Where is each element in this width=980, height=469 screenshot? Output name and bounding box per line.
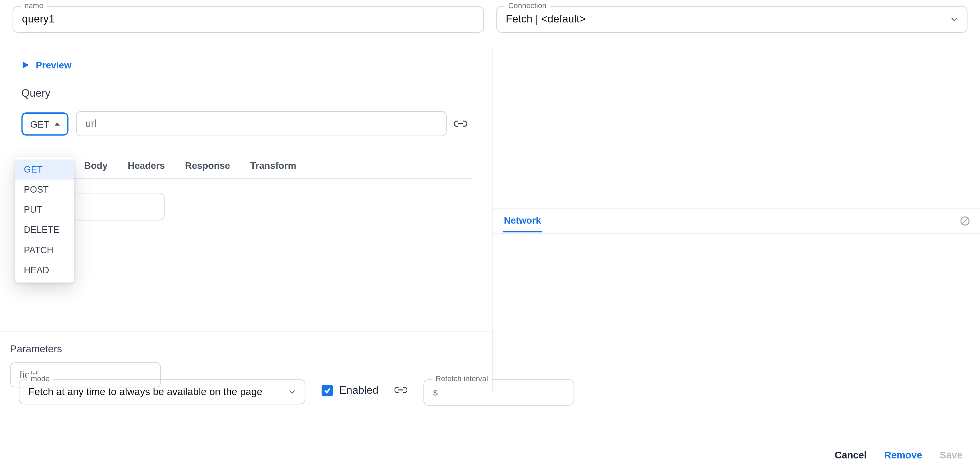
footer-actions: Cancel Remove Save — [19, 450, 967, 461]
query-row: GET — [21, 111, 479, 137]
enabled-label: Enabled — [339, 384, 378, 397]
tab-response[interactable]: Response — [184, 160, 232, 178]
method-option-post[interactable]: POST — [15, 180, 74, 200]
query-title: Query — [21, 87, 479, 100]
checkbox-checked-icon[interactable] — [322, 385, 333, 396]
cancel-button[interactable]: Cancel — [835, 450, 867, 461]
chevron-down-icon — [950, 16, 958, 23]
refetch-label: Refetch interval — [432, 374, 492, 383]
header-fields: name Connection Fetch | <default> — [0, 0, 980, 33]
cancel-icon[interactable] — [960, 216, 970, 226]
mode-label: mode — [27, 374, 54, 383]
footer-controls: mode Fetch at any time to always be avai… — [0, 369, 980, 467]
tab-transform[interactable]: Transform — [249, 160, 298, 178]
refetch-unit: s — [433, 387, 438, 397]
tab-headers[interactable]: Headers — [127, 160, 167, 178]
bind-icon[interactable] — [395, 386, 407, 394]
tab-body[interactable]: Body — [83, 160, 109, 178]
refetch-interval-field[interactable]: Refetch interval s — [423, 379, 574, 405]
preview-label: Preview — [36, 60, 72, 70]
name-label: name — [21, 2, 47, 10]
http-method-value: GET — [30, 118, 50, 129]
caret-up-icon — [54, 122, 60, 125]
preview-button[interactable]: Preview — [21, 60, 72, 70]
network-tab[interactable]: Network — [503, 209, 542, 232]
connection-label: Connection — [504, 2, 550, 10]
mode-value: Fetch at any time to always be available… — [28, 386, 262, 397]
network-bar: Network — [492, 208, 980, 234]
play-icon — [21, 61, 30, 69]
query-tabs: Url query Body Headers Response Transfor… — [21, 160, 473, 179]
enabled-toggle[interactable]: Enabled — [322, 384, 379, 397]
svg-line-1 — [963, 218, 968, 223]
parameters-title: Parameters — [10, 343, 479, 355]
http-method-select[interactable]: GET — [21, 112, 68, 135]
save-button[interactable]: Save — [940, 450, 963, 461]
chevron-down-icon — [288, 388, 296, 396]
remove-button[interactable]: Remove — [884, 450, 922, 461]
mode-select[interactable]: mode Fetch at any time to always be avai… — [19, 379, 305, 404]
connection-select[interactable]: Connection Fetch | <default> — [496, 6, 968, 32]
name-input[interactable] — [22, 13, 474, 26]
preview-output-area — [492, 48, 980, 208]
method-option-get[interactable]: GET — [15, 160, 74, 180]
name-field-container[interactable]: name — [13, 6, 484, 32]
url-input[interactable] — [76, 111, 447, 137]
method-option-head[interactable]: HEAD — [15, 260, 74, 280]
connection-value: Fetch | <default> — [506, 13, 586, 26]
method-option-delete[interactable]: DELETE — [15, 220, 74, 240]
bind-icon[interactable] — [454, 119, 467, 128]
http-method-dropdown[interactable]: GET POST PUT DELETE PATCH HEAD — [15, 157, 74, 283]
method-option-put[interactable]: PUT — [15, 200, 74, 220]
method-option-patch[interactable]: PATCH — [15, 240, 74, 260]
